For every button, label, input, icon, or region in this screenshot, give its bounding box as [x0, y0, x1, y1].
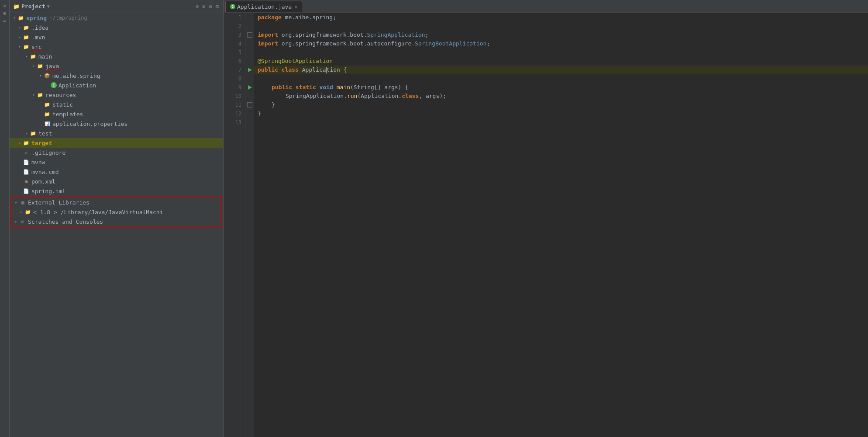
tree-item-jdk[interactable]: 📁 < 1.8 > /Library/Java/JavaVirtualMachi [11, 207, 221, 217]
ln-5: 5 [224, 48, 245, 57]
code-line-1: package me.aihe.spring; [254, 13, 336, 22]
fold-icon-3[interactable]: − [247, 32, 252, 38]
project-panel: 📁 Project ▼ ⊕ ⊕ ⚙ ⊟ 📁 spring ~/tmp/sprin… [10, 0, 224, 437]
arrow-java [31, 63, 37, 69]
code-row-3: import org.springframework.boot.SpringAp… [254, 31, 868, 39]
arrow-meaihe [38, 73, 44, 79]
tree-item-gitignore[interactable]: ◇ .gitignore [10, 148, 223, 157]
project-tree: 📁 spring ~/tmp/spring 📁 .idea 📁 .mvn 📁 s… [10, 13, 223, 437]
tree-item-me-aihe[interactable]: 📦 me.aihe.spring [10, 71, 223, 80]
line-numbers: 1 2 3 4 5 6 7 8 9 10 11 12 13 [224, 13, 245, 437]
tab-application-java[interactable]: C Application.java × [225, 1, 303, 12]
sublabel-spring: ~/tmp/spring [49, 15, 87, 21]
tree-item-idea[interactable]: 📁 .idea [10, 23, 223, 32]
tree-item-test[interactable]: 📁 test [10, 128, 223, 138]
gutter-8 [245, 74, 254, 83]
tree-item-resources[interactable]: 📁 resources [10, 90, 223, 100]
xml-icon: m [23, 178, 30, 185]
code-row-7: public class Application { [254, 66, 868, 74]
code-line-10: SpringApplication.run(Application.class,… [254, 92, 446, 101]
code-line-12: } [254, 109, 261, 118]
code-line-9: public static void main(String[] args) { [254, 83, 408, 92]
label-target: target [31, 140, 52, 146]
tree-item-pom[interactable]: m pom.xml [10, 177, 223, 186]
project-dropdown-icon[interactable]: ▼ [47, 4, 50, 9]
tree-item-spring-root[interactable]: 📁 spring ~/tmp/spring [10, 13, 223, 23]
project-panel-header: 📁 Project ▼ ⊕ ⊕ ⚙ ⊟ [10, 0, 223, 13]
label-idea: .idea [31, 24, 48, 31]
ln-8: 8 [224, 74, 245, 83]
tree-item-scratches[interactable]: ⊞ Scratches and Consoles [11, 217, 221, 226]
tree-item-app-props[interactable]: 📊 application.properties [10, 119, 223, 128]
tree-item-target[interactable]: 📁 target [10, 138, 223, 148]
label-pom: pom.xml [31, 178, 55, 185]
tree-item-mvnw[interactable]: 📄 mvnw [10, 157, 223, 167]
gutter-12 [245, 109, 254, 118]
code-row-5 [254, 48, 868, 57]
arrow-jdk [18, 209, 24, 215]
gutter-4 [245, 39, 254, 48]
ln-10: 10 [224, 92, 245, 101]
tree-item-application[interactable]: C Application [10, 80, 223, 90]
gutter-3: − [245, 31, 254, 39]
ln-6: 6 [224, 57, 245, 66]
project-panel-title: 📁 Project ▼ [13, 3, 192, 10]
ln-9: 9 [224, 83, 245, 92]
folder-icon-test: 📁 [30, 130, 37, 137]
tree-item-ext-libs[interactable]: ▦ External Libraries [11, 198, 221, 207]
gutter-7[interactable] [245, 66, 254, 74]
header-locate-icon[interactable]: ⊕ [201, 3, 206, 10]
file-icon-mvnwcmd: 📄 [23, 168, 30, 175]
tree-item-src[interactable]: 📁 src [10, 42, 223, 52]
code-body[interactable]: package me.aihe.spring; import org.sprin… [254, 13, 868, 437]
tree-item-main[interactable]: 📁 main [10, 52, 223, 61]
fold-icon-11[interactable]: − [247, 102, 252, 108]
tree-item-spring-iml[interactable]: 📄 spring.iml [10, 186, 223, 196]
label-props: application.properties [52, 121, 127, 127]
code-row-1: package me.aihe.spring; [254, 13, 868, 22]
label-main: main [38, 53, 52, 60]
code-line-4: import org.springframework.boot.autoconf… [254, 39, 490, 48]
tree-item-java[interactable]: 📁 java [10, 61, 223, 71]
code-row-10: SpringApplication.run(Application.class,… [254, 92, 868, 101]
header-collapse-icon[interactable]: ⊟ [215, 3, 220, 10]
external-libraries-box: ▦ External Libraries 📁 < 1.8 > /Library/… [10, 197, 222, 227]
label-spring: spring [26, 15, 47, 21]
code-line-7: public class Application { [254, 66, 347, 74]
folder-icon-spring: 📁 [17, 14, 24, 21]
label-src: src [31, 44, 41, 50]
arrow-scratches [13, 218, 19, 225]
folder-icon-idea: 📁 [23, 24, 30, 31]
code-row-11: } [254, 101, 868, 109]
tree-item-mvn[interactable]: 📁 .mvn [10, 32, 223, 42]
code-row-4: import org.springframework.boot.autoconf… [254, 39, 868, 48]
label-static: static [52, 101, 73, 108]
arrow-extlibs [13, 199, 19, 205]
code-row-2 [254, 22, 868, 31]
code-line-3: import org.springframework.boot.SpringAp… [254, 31, 428, 39]
code-line-8 [254, 74, 261, 83]
tree-item-templates[interactable]: 📁 templates [10, 109, 223, 119]
header-add-icon[interactable]: ⊕ [195, 3, 200, 10]
arrow-target [17, 140, 23, 146]
ln-12: 12 [224, 109, 245, 118]
ln-11: 11 [224, 101, 245, 109]
gutter-13 [245, 118, 254, 127]
props-icon: 📊 [44, 120, 51, 127]
left-icon-1: ≡ [1, 2, 8, 9]
ln-7: 7 [224, 66, 245, 74]
code-row-13 [254, 118, 868, 127]
tab-close-btn[interactable]: × [293, 4, 298, 10]
left-icon-3: ═ [1, 17, 8, 24]
header-settings-icon[interactable]: ⚙ [208, 3, 213, 10]
label-extlibs: External Libraries [28, 199, 90, 206]
run-icon-9[interactable] [248, 85, 252, 90]
tree-item-static[interactable]: 📁 static [10, 100, 223, 109]
tree-item-mvnw-cmd[interactable]: 📄 mvnw.cmd [10, 167, 223, 177]
gutter-9[interactable] [245, 83, 254, 92]
arrow-test [24, 130, 30, 136]
label-mvn: .mvn [31, 34, 45, 41]
label-iml: spring.iml [31, 188, 65, 194]
run-icon-7[interactable] [248, 68, 252, 72]
package-icon: 📦 [44, 72, 51, 79]
